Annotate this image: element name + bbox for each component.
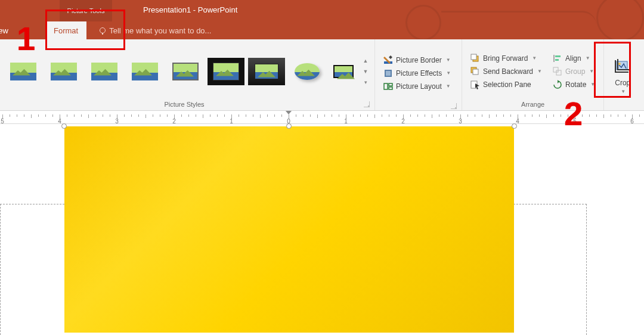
selection-pane-button[interactable]: Selection Pane xyxy=(468,79,544,91)
lightbulb-icon xyxy=(100,27,106,33)
selected-picture[interactable] xyxy=(64,126,514,333)
resize-handle[interactable] xyxy=(512,123,517,129)
chevron-down-icon: ▼ xyxy=(590,82,595,87)
picture-effects-dropdown[interactable]: Picture Effects▼ xyxy=(381,67,453,79)
selection-pane-icon xyxy=(470,80,480,89)
gallery-scroll-up[interactable]: ▲ xyxy=(360,55,371,66)
svg-rect-12 xyxy=(555,55,561,57)
picture-border-dropdown[interactable]: Picture Border▼ xyxy=(381,54,453,66)
svg-rect-9 xyxy=(473,69,478,75)
crop-icon xyxy=(613,58,632,77)
gallery-expand[interactable]: ▾ xyxy=(360,77,371,88)
picture-style-preset[interactable] xyxy=(5,58,42,85)
send-backward-icon xyxy=(470,67,480,76)
tab-format[interactable]: Format xyxy=(45,21,86,39)
align-dropdown[interactable]: Align▼ xyxy=(550,52,597,64)
chevron-down-icon: ▼ xyxy=(446,83,451,89)
ribbon: ▲ ▼ ▾ Picture Styles Picture Border▼ Pic… xyxy=(0,39,644,111)
style-gallery-scroll: ▲ ▼ ▾ xyxy=(360,55,371,88)
group-crop: Crop ▼ xyxy=(604,39,641,110)
decorative-swirl-icon xyxy=(405,5,441,41)
chevron-down-icon: ▼ xyxy=(537,69,542,74)
resize-handle[interactable] xyxy=(286,123,292,129)
svg-rect-3 xyxy=(384,83,388,89)
picture-style-preset[interactable] xyxy=(289,58,326,85)
group-arrange: Bring Forward▼ Send Backward▼ Selection … xyxy=(462,39,604,110)
svg-rect-13 xyxy=(555,59,559,61)
picture-style-preset[interactable] xyxy=(45,58,82,85)
chevron-down-icon: ▼ xyxy=(621,89,626,94)
decorative-trace-icon xyxy=(441,11,596,25)
group-label: Arrange xyxy=(466,100,600,109)
picture-layout-dropdown[interactable]: Picture Layout▼ xyxy=(381,80,453,92)
tell-me-placeholder: Tell me what you want to do... xyxy=(109,26,211,35)
svg-rect-2 xyxy=(386,71,391,76)
chevron-down-icon: ▼ xyxy=(589,69,594,74)
bring-forward-dropdown[interactable]: Bring Forward▼ xyxy=(468,52,544,64)
group-dropdown[interactable]: Group▼ xyxy=(550,66,597,77)
chevron-down-icon: ▼ xyxy=(446,70,451,76)
chevron-down-icon: ▼ xyxy=(586,55,590,61)
svg-rect-14 xyxy=(553,67,558,72)
dialog-launcher-icon[interactable] xyxy=(451,103,457,109)
picture-style-preset[interactable] xyxy=(86,58,123,85)
slide-canvas[interactable] xyxy=(0,124,644,335)
horizontal-ruler[interactable]: 65432101234567 xyxy=(0,111,644,124)
svg-rect-5 xyxy=(389,87,392,89)
svg-point-17 xyxy=(618,63,621,65)
picture-style-preset[interactable] xyxy=(208,58,244,85)
group-label: Picture Styles xyxy=(5,100,364,109)
picture-style-preset[interactable] xyxy=(126,58,163,85)
picture-style-preset[interactable] xyxy=(329,61,358,82)
picture-style-preset[interactable] xyxy=(248,58,285,85)
layout-icon xyxy=(383,82,393,91)
title-bar: Picture Tools Presentation1 - PowerPoint xyxy=(0,0,644,21)
svg-rect-15 xyxy=(556,70,561,75)
group-picture-styles: ▲ ▼ ▾ Picture Styles xyxy=(0,39,375,110)
group-picture-adjust: Picture Border▼ Picture Effects▼ Picture… xyxy=(375,39,462,110)
contextual-tool-tab: Picture Tools xyxy=(60,0,112,21)
effects-icon xyxy=(383,69,393,78)
rotate-dropdown[interactable]: Rotate▼ xyxy=(550,79,597,91)
svg-rect-7 xyxy=(471,54,476,60)
crop-label: Crop xyxy=(615,79,630,87)
crop-button[interactable]: Crop ▼ xyxy=(608,55,637,97)
window-title: Presentation1 - PowerPoint xyxy=(143,5,237,14)
chevron-down-icon: ▼ xyxy=(532,55,537,61)
send-backward-dropdown[interactable]: Send Backward▼ xyxy=(468,66,544,77)
pencil-border-icon xyxy=(383,55,393,65)
align-icon xyxy=(553,54,562,63)
gallery-scroll-down[interactable]: ▼ xyxy=(360,66,371,77)
picture-style-preset[interactable] xyxy=(167,58,204,85)
rotate-icon xyxy=(553,80,562,89)
dialog-launcher-icon[interactable] xyxy=(364,101,370,107)
tab-view[interactable]: iew xyxy=(0,21,17,39)
bring-forward-icon xyxy=(470,54,480,63)
tell-me-search[interactable]: Tell me what you want to do... xyxy=(86,21,211,39)
chevron-down-icon: ▼ xyxy=(446,57,451,63)
resize-handle[interactable] xyxy=(61,123,67,129)
svg-rect-4 xyxy=(389,83,392,86)
group-icon xyxy=(553,67,562,76)
